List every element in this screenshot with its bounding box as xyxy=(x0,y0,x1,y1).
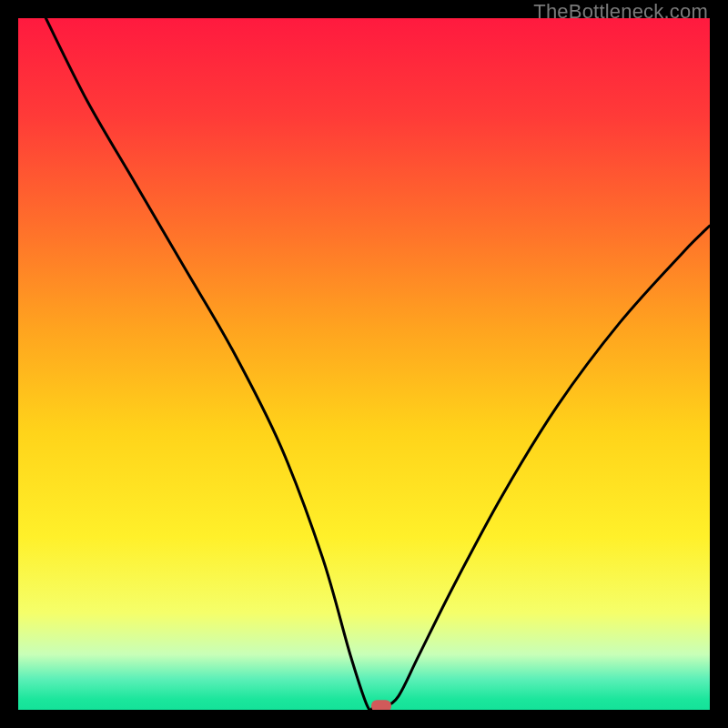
bottleneck-chart xyxy=(18,18,710,710)
chart-frame xyxy=(18,18,710,710)
minimum-marker xyxy=(371,700,391,710)
gradient-background xyxy=(18,18,710,710)
watermark-text: TheBottleneck.com xyxy=(533,0,708,24)
